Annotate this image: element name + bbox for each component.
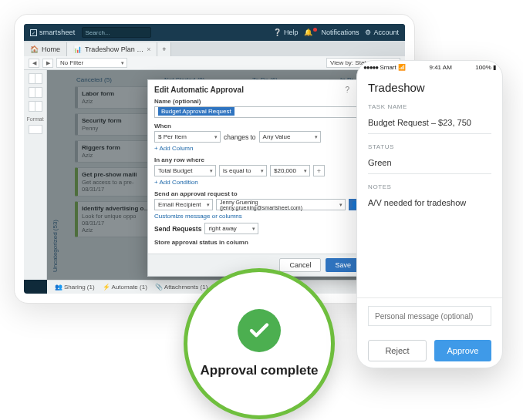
cancel-button[interactable]: Cancel (279, 258, 321, 272)
message-input[interactable] (368, 306, 491, 326)
task-value: Budget Request – $23, 750 (368, 113, 491, 134)
edit-approval-modal: Edit Automatic Approval ? × Name (option… (147, 79, 367, 277)
notification-dot-icon (313, 28, 317, 32)
desktop-monitor: ✓ smartsheet Search... ❔ Help 🔔Notificat… (14, 14, 415, 304)
sendto-recipient-input[interactable]: Jenny Gruening (jenny.gruening@smartshee… (216, 199, 346, 210)
notifications-label: Notifications (321, 29, 359, 36)
mobile-device: ●●●●● Smart 📶 9:41 AM 100% ▮ Tradeshow T… (356, 60, 503, 368)
nav-back-button[interactable]: ◀ (29, 59, 39, 68)
rail-format-label: Format (26, 116, 43, 122)
filter-select[interactable]: No Filter (56, 58, 127, 68)
filter-bar: ◀ ▶ No Filter View by: Status (24, 56, 405, 70)
help-link[interactable]: ❔ Help (273, 29, 299, 36)
battery-icon: ▮ (493, 64, 496, 71)
tab-sheet-label: Tradeshow Plan … (85, 45, 143, 53)
rail-format-button[interactable] (29, 125, 42, 134)
when-label: When (154, 123, 360, 129)
automate-icon: ⚡ (103, 284, 110, 291)
sharing-label: Sharing (1) (64, 284, 95, 291)
close-tab-icon[interactable]: × (147, 45, 150, 53)
attachments-label: Attachments (1) (164, 284, 208, 291)
sendreq-label: Send Requests (154, 225, 201, 233)
approve-button[interactable]: Approve (434, 340, 491, 361)
add-column-link[interactable]: + Add Column (154, 145, 360, 152)
help-icon[interactable]: ? (346, 86, 350, 94)
sheet-tabs: 🏠 Home 📊 Tradeshow Plan … × + (24, 41, 405, 56)
anyrow-column-select[interactable]: Total Budget (154, 165, 216, 176)
anyrow-label: In any row where (154, 156, 360, 163)
reject-button[interactable]: Reject (368, 340, 427, 361)
anyrow-op-select[interactable]: is equal to (219, 165, 267, 176)
phone-page-title: Tradeshow (368, 81, 491, 94)
changes-to-label: changes to (224, 133, 256, 141)
automate-label: Automate (1) (112, 284, 147, 291)
viewby-label: View by: (330, 59, 353, 66)
name-input[interactable]: Budget Approval Request (154, 106, 360, 118)
tab-attachments[interactable]: 📎Attachments (1) (155, 284, 208, 291)
paperclip-icon: 📎 (155, 284, 162, 291)
account-label: Account (373, 29, 399, 36)
left-rail: Format (24, 70, 47, 280)
brand-mark-icon: ✓ (30, 29, 37, 36)
name-value: Budget Approval Request (158, 107, 235, 116)
name-label: Name (optional) (154, 98, 360, 105)
tab-automate[interactable]: ⚡Automate (1) (103, 284, 147, 291)
approval-complete-badge: Approval complete (184, 268, 335, 419)
checkmark-circle-icon (238, 309, 281, 352)
tab-home[interactable]: 🏠 Home (24, 42, 67, 56)
tab-add[interactable]: + (157, 42, 171, 56)
tab-home-label: Home (42, 45, 60, 53)
notifications-link[interactable]: 🔔Notifications (304, 29, 359, 36)
sendto-kind-select[interactable]: Email Recipient (154, 199, 213, 210)
brand-logo: ✓ smartsheet (30, 29, 76, 36)
app-topbar: ✓ smartsheet Search... ❔ Help 🔔Notificat… (24, 24, 405, 41)
badge-text: Approval complete (200, 363, 318, 378)
message-section (357, 297, 502, 334)
notes-value: A/V needed for tradeshow (368, 193, 491, 213)
share-icon: 👥 (55, 284, 62, 291)
tab-sharing[interactable]: 👥Sharing (1) (55, 284, 95, 291)
carrier-label: Smart (380, 64, 396, 71)
tab-sheet[interactable]: 📊 Tradeshow Plan … × (67, 42, 157, 56)
sendto-label: Send an approval request to (154, 190, 360, 197)
global-search-input[interactable]: Search... (82, 27, 151, 38)
status-label: STATUS (368, 143, 491, 150)
rail-btn-2[interactable] (29, 87, 42, 98)
brand-text: smartsheet (39, 29, 76, 36)
sendreq-select[interactable]: right away (204, 223, 258, 234)
action-bar: Reject Approve (357, 334, 502, 368)
rail-btn-1[interactable] (29, 73, 42, 84)
save-button[interactable]: Save (326, 258, 360, 272)
signal-icon: ●●●●● (363, 64, 378, 71)
anyrow-value-input[interactable]: $20,000 (270, 165, 310, 176)
notes-label: NOTES (368, 183, 491, 190)
phone-status-bar: ●●●●● Smart 📶 9:41 AM 100% ▮ (357, 61, 502, 73)
store-label: Store approval status in column (154, 239, 360, 246)
add-condition-link[interactable]: + Add Condition (154, 179, 360, 186)
phone-time: 9:41 AM (429, 64, 451, 71)
rail-btn-3[interactable] (29, 101, 42, 112)
wifi-icon: 📶 (398, 64, 406, 71)
when-column-select[interactable]: $ Per Item (154, 131, 221, 143)
nav-fwd-button[interactable]: ▶ (42, 59, 53, 68)
help-label: Help (284, 29, 299, 36)
app-window: ✓ smartsheet Search... ❔ Help 🔔Notificat… (24, 24, 405, 294)
add-value-button[interactable]: + (313, 165, 325, 176)
battery-label: 100% (475, 64, 491, 71)
status-value: Green (368, 153, 491, 174)
modal-title: Edit Automatic Approval (154, 86, 244, 94)
account-link[interactable]: ⚙ Account (365, 29, 399, 36)
customize-link[interactable]: Customize message or columns (154, 213, 360, 220)
task-label: TASK NAME (368, 103, 491, 110)
when-value-select[interactable]: Any Value (259, 131, 321, 143)
